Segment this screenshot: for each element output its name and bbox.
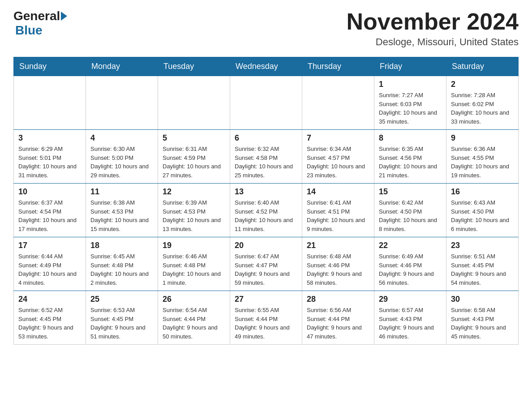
day-info: Sunrise: 6:35 AMSunset: 4:56 PMDaylight:… xyxy=(379,145,442,180)
day-info: Sunrise: 6:54 AMSunset: 4:44 PMDaylight:… xyxy=(163,306,225,341)
col-header-thursday: Thursday xyxy=(302,57,374,76)
day-number: 30 xyxy=(451,295,514,304)
day-info: Sunrise: 6:39 AMSunset: 4:53 PMDaylight:… xyxy=(163,198,225,233)
calendar-week-3: 17Sunrise: 6:44 AMSunset: 4:49 PMDayligh… xyxy=(14,237,519,291)
calendar-cell: 7Sunrise: 6:34 AMSunset: 4:57 PMDaylight… xyxy=(302,130,374,184)
col-header-wednesday: Wednesday xyxy=(230,57,302,76)
calendar-cell: 26Sunrise: 6:54 AMSunset: 4:44 PMDayligh… xyxy=(158,291,230,345)
day-info: Sunrise: 6:53 AMSunset: 4:45 PMDaylight:… xyxy=(90,306,153,341)
calendar-week-1: 3Sunrise: 6:29 AMSunset: 5:01 PMDaylight… xyxy=(14,130,519,184)
logo-general-text: General xyxy=(13,9,60,23)
day-info: Sunrise: 6:49 AMSunset: 4:46 PMDaylight:… xyxy=(379,252,442,287)
day-info: Sunrise: 6:31 AMSunset: 4:59 PMDaylight:… xyxy=(163,145,225,180)
day-number: 4 xyxy=(90,133,153,143)
day-info: Sunrise: 6:51 AMSunset: 4:45 PMDaylight:… xyxy=(451,252,514,287)
day-info: Sunrise: 6:55 AMSunset: 4:44 PMDaylight:… xyxy=(235,306,297,341)
calendar-cell xyxy=(14,76,86,130)
calendar-cell: 24Sunrise: 6:52 AMSunset: 4:45 PMDayligh… xyxy=(14,291,86,345)
day-number: 17 xyxy=(18,241,81,250)
location-title: Desloge, Missouri, United States xyxy=(347,36,519,48)
logo-arrow-icon xyxy=(61,12,67,21)
calendar-cell: 4Sunrise: 6:30 AMSunset: 5:00 PMDaylight… xyxy=(86,130,158,184)
day-number: 14 xyxy=(307,187,369,197)
day-number: 6 xyxy=(235,133,297,143)
calendar-cell: 23Sunrise: 6:51 AMSunset: 4:45 PMDayligh… xyxy=(446,237,519,291)
day-info: Sunrise: 6:44 AMSunset: 4:49 PMDaylight:… xyxy=(18,252,81,287)
calendar-cell: 8Sunrise: 6:35 AMSunset: 4:56 PMDaylight… xyxy=(374,130,446,184)
day-number: 26 xyxy=(163,295,225,304)
day-number: 3 xyxy=(18,133,81,143)
day-info: Sunrise: 6:56 AMSunset: 4:44 PMDaylight:… xyxy=(307,306,369,341)
col-header-friday: Friday xyxy=(374,57,446,76)
day-info: Sunrise: 6:58 AMSunset: 4:43 PMDaylight:… xyxy=(451,306,514,341)
page-header: General Blue November 2024 Desloge, Miss… xyxy=(13,9,519,48)
day-info: Sunrise: 6:43 AMSunset: 4:50 PMDaylight:… xyxy=(451,198,514,233)
day-info: Sunrise: 6:46 AMSunset: 4:48 PMDaylight:… xyxy=(163,252,225,287)
calendar-cell: 5Sunrise: 6:31 AMSunset: 4:59 PMDaylight… xyxy=(158,130,230,184)
calendar-week-4: 24Sunrise: 6:52 AMSunset: 4:45 PMDayligh… xyxy=(14,291,519,345)
day-info: Sunrise: 6:47 AMSunset: 4:47 PMDaylight:… xyxy=(235,252,297,287)
day-number: 21 xyxy=(307,241,369,250)
day-info: Sunrise: 7:28 AMSunset: 6:02 PMDaylight:… xyxy=(451,91,514,126)
calendar-cell: 27Sunrise: 6:55 AMSunset: 4:44 PMDayligh… xyxy=(230,291,302,345)
day-info: Sunrise: 6:48 AMSunset: 4:46 PMDaylight:… xyxy=(307,252,369,287)
day-info: Sunrise: 6:32 AMSunset: 4:58 PMDaylight:… xyxy=(235,145,297,180)
calendar-cell: 22Sunrise: 6:49 AMSunset: 4:46 PMDayligh… xyxy=(374,237,446,291)
day-info: Sunrise: 6:29 AMSunset: 5:01 PMDaylight:… xyxy=(18,145,81,180)
day-number: 11 xyxy=(90,187,153,197)
day-number: 16 xyxy=(451,187,514,197)
day-info: Sunrise: 6:45 AMSunset: 4:48 PMDaylight:… xyxy=(90,252,153,287)
day-number: 25 xyxy=(90,295,153,304)
day-number: 5 xyxy=(163,133,225,143)
day-number: 1 xyxy=(379,80,442,89)
calendar-cell xyxy=(230,76,302,130)
calendar-cell: 21Sunrise: 6:48 AMSunset: 4:46 PMDayligh… xyxy=(302,237,374,291)
title-block: November 2024 Desloge, Missouri, United … xyxy=(347,9,519,48)
calendar-week-2: 10Sunrise: 6:37 AMSunset: 4:54 PMDayligh… xyxy=(14,184,519,237)
calendar-cell: 18Sunrise: 6:45 AMSunset: 4:48 PMDayligh… xyxy=(86,237,158,291)
day-number: 12 xyxy=(163,187,225,197)
calendar-cell: 11Sunrise: 6:38 AMSunset: 4:53 PMDayligh… xyxy=(86,184,158,237)
calendar-cell: 25Sunrise: 6:53 AMSunset: 4:45 PMDayligh… xyxy=(86,291,158,345)
calendar-cell: 29Sunrise: 6:57 AMSunset: 4:43 PMDayligh… xyxy=(374,291,446,345)
calendar-cell: 9Sunrise: 6:36 AMSunset: 4:55 PMDaylight… xyxy=(446,130,519,184)
day-info: Sunrise: 7:27 AMSunset: 6:03 PMDaylight:… xyxy=(379,91,442,126)
calendar-cell xyxy=(86,76,158,130)
calendar-cell: 10Sunrise: 6:37 AMSunset: 4:54 PMDayligh… xyxy=(14,184,86,237)
calendar-cell: 14Sunrise: 6:41 AMSunset: 4:51 PMDayligh… xyxy=(302,184,374,237)
col-header-monday: Monday xyxy=(86,57,158,76)
calendar-cell: 13Sunrise: 6:40 AMSunset: 4:52 PMDayligh… xyxy=(230,184,302,237)
day-number: 29 xyxy=(379,295,442,304)
col-header-saturday: Saturday xyxy=(446,57,519,76)
col-header-sunday: Sunday xyxy=(14,57,86,76)
day-number: 27 xyxy=(235,295,297,304)
calendar-cell xyxy=(158,76,230,130)
calendar-cell: 20Sunrise: 6:47 AMSunset: 4:47 PMDayligh… xyxy=(230,237,302,291)
logo: General Blue xyxy=(13,9,68,38)
calendar-cell: 17Sunrise: 6:44 AMSunset: 4:49 PMDayligh… xyxy=(14,237,86,291)
day-info: Sunrise: 6:57 AMSunset: 4:43 PMDaylight:… xyxy=(379,306,442,341)
day-number: 2 xyxy=(451,80,514,89)
day-number: 8 xyxy=(379,133,442,143)
calendar-week-0: 1Sunrise: 7:27 AMSunset: 6:03 PMDaylight… xyxy=(14,76,519,130)
calendar-cell: 6Sunrise: 6:32 AMSunset: 4:58 PMDaylight… xyxy=(230,130,302,184)
calendar-cell: 15Sunrise: 6:42 AMSunset: 4:50 PMDayligh… xyxy=(374,184,446,237)
logo-blue-text: Blue xyxy=(15,23,43,37)
day-number: 18 xyxy=(90,241,153,250)
day-info: Sunrise: 6:40 AMSunset: 4:52 PMDaylight:… xyxy=(235,198,297,233)
day-number: 20 xyxy=(235,241,297,250)
day-number: 19 xyxy=(163,241,225,250)
calendar-table: SundayMondayTuesdayWednesdayThursdayFrid… xyxy=(13,57,519,345)
day-info: Sunrise: 6:42 AMSunset: 4:50 PMDaylight:… xyxy=(379,198,442,233)
day-number: 7 xyxy=(307,133,369,143)
calendar-cell: 12Sunrise: 6:39 AMSunset: 4:53 PMDayligh… xyxy=(158,184,230,237)
col-header-tuesday: Tuesday xyxy=(158,57,230,76)
day-number: 24 xyxy=(18,295,81,304)
day-number: 15 xyxy=(379,187,442,197)
day-info: Sunrise: 6:30 AMSunset: 5:00 PMDaylight:… xyxy=(90,145,153,180)
day-number: 23 xyxy=(451,241,514,250)
calendar-cell: 1Sunrise: 7:27 AMSunset: 6:03 PMDaylight… xyxy=(374,76,446,130)
day-number: 13 xyxy=(235,187,297,197)
month-title: November 2024 xyxy=(347,9,519,34)
day-info: Sunrise: 6:52 AMSunset: 4:45 PMDaylight:… xyxy=(18,306,81,341)
